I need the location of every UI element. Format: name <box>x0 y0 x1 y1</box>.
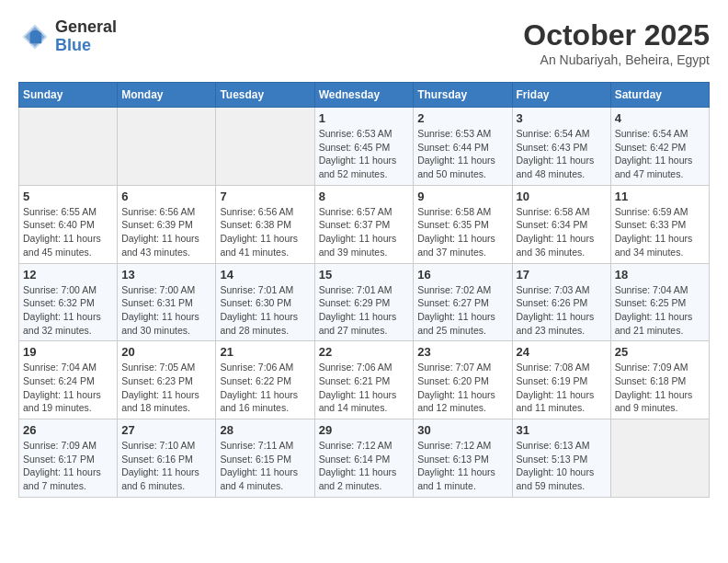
calendar-cell <box>19 108 118 186</box>
day-number: 16 <box>417 268 507 282</box>
day-info: Sunrise: 7:02 AM Sunset: 6:27 PM Dayligh… <box>417 283 507 338</box>
day-info: Sunrise: 6:53 AM Sunset: 6:44 PM Dayligh… <box>417 127 507 181</box>
calendar-table: SundayMondayTuesdayWednesdayThursdayFrid… <box>18 82 710 498</box>
calendar-cell: 9Sunrise: 6:58 AM Sunset: 6:35 PM Daylig… <box>414 185 512 263</box>
calendar-cell: 14Sunrise: 7:01 AM Sunset: 6:30 PM Dayli… <box>216 263 314 341</box>
day-info: Sunrise: 6:58 AM Sunset: 6:35 PM Dayligh… <box>417 205 507 259</box>
day-number: 8 <box>319 190 410 203</box>
day-info: Sunrise: 6:54 AM Sunset: 6:42 PM Dayligh… <box>615 127 705 181</box>
calendar-cell: 23Sunrise: 7:07 AM Sunset: 6:20 PM Dayli… <box>414 341 512 419</box>
day-number: 5 <box>23 190 113 203</box>
day-info: Sunrise: 7:09 AM Sunset: 6:17 PM Dayligh… <box>23 439 113 493</box>
weekday-header-row: SundayMondayTuesdayWednesdayThursdayFrid… <box>19 83 710 108</box>
calendar-week-5: 26Sunrise: 7:09 AM Sunset: 6:17 PM Dayli… <box>19 419 710 498</box>
day-info: Sunrise: 6:54 AM Sunset: 6:43 PM Dayligh… <box>517 127 607 181</box>
day-number: 31 <box>517 423 607 437</box>
day-number: 29 <box>319 423 410 437</box>
day-number: 9 <box>417 190 507 203</box>
day-number: 30 <box>417 423 507 437</box>
day-info: Sunrise: 7:06 AM Sunset: 6:22 PM Dayligh… <box>220 361 310 415</box>
day-info: Sunrise: 7:10 AM Sunset: 6:16 PM Dayligh… <box>121 439 211 493</box>
weekday-header-thursday: Thursday <box>414 83 512 108</box>
calendar-week-3: 12Sunrise: 7:00 AM Sunset: 6:32 PM Dayli… <box>19 263 710 341</box>
calendar-cell: 10Sunrise: 6:58 AM Sunset: 6:34 PM Dayli… <box>512 185 610 263</box>
day-info: Sunrise: 7:12 AM Sunset: 6:13 PM Dayligh… <box>417 439 507 493</box>
day-info: Sunrise: 6:13 AM Sunset: 5:13 PM Dayligh… <box>517 439 607 493</box>
calendar-cell <box>610 419 709 498</box>
calendar-cell: 27Sunrise: 7:10 AM Sunset: 6:16 PM Dayli… <box>118 419 216 498</box>
day-number: 15 <box>319 268 410 282</box>
day-info: Sunrise: 7:05 AM Sunset: 6:23 PM Dayligh… <box>121 361 211 415</box>
logo-blue-text: Blue <box>55 37 117 55</box>
day-number: 28 <box>220 423 310 437</box>
calendar-cell: 18Sunrise: 7:04 AM Sunset: 6:25 PM Dayli… <box>610 263 709 341</box>
weekday-header-sunday: Sunday <box>19 83 118 108</box>
day-info: Sunrise: 6:58 AM Sunset: 6:34 PM Dayligh… <box>517 205 607 259</box>
calendar-cell: 30Sunrise: 7:12 AM Sunset: 6:13 PM Dayli… <box>414 419 512 498</box>
day-number: 6 <box>121 190 211 203</box>
logo-text: General Blue <box>55 18 117 55</box>
calendar-cell: 19Sunrise: 7:04 AM Sunset: 6:24 PM Dayli… <box>19 341 118 419</box>
day-number: 24 <box>517 345 607 359</box>
calendar-cell: 11Sunrise: 6:59 AM Sunset: 6:33 PM Dayli… <box>610 185 709 263</box>
day-info: Sunrise: 7:00 AM Sunset: 6:31 PM Dayligh… <box>121 283 211 338</box>
calendar-cell: 6Sunrise: 6:56 AM Sunset: 6:39 PM Daylig… <box>118 185 216 263</box>
calendar-cell: 26Sunrise: 7:09 AM Sunset: 6:17 PM Dayli… <box>19 419 118 498</box>
calendar-body: 1Sunrise: 6:53 AM Sunset: 6:45 PM Daylig… <box>19 108 710 498</box>
day-number: 13 <box>121 268 211 282</box>
day-info: Sunrise: 7:03 AM Sunset: 6:26 PM Dayligh… <box>517 283 607 338</box>
calendar-cell <box>216 108 314 186</box>
day-number: 20 <box>121 345 211 359</box>
day-info: Sunrise: 7:11 AM Sunset: 6:15 PM Dayligh… <box>220 439 310 493</box>
day-info: Sunrise: 7:12 AM Sunset: 6:14 PM Dayligh… <box>319 439 410 493</box>
day-number: 23 <box>417 345 507 359</box>
logo-general-text: General <box>55 18 117 37</box>
calendar-cell: 15Sunrise: 7:01 AM Sunset: 6:29 PM Dayli… <box>314 263 414 341</box>
day-number: 3 <box>517 111 607 125</box>
day-info: Sunrise: 7:04 AM Sunset: 6:24 PM Dayligh… <box>23 361 113 415</box>
day-info: Sunrise: 6:56 AM Sunset: 6:39 PM Dayligh… <box>121 205 211 259</box>
calendar-week-2: 5Sunrise: 6:55 AM Sunset: 6:40 PM Daylig… <box>19 185 710 263</box>
calendar-cell: 13Sunrise: 7:00 AM Sunset: 6:31 PM Dayli… <box>118 263 216 341</box>
day-number: 2 <box>417 111 507 125</box>
day-info: Sunrise: 7:01 AM Sunset: 6:30 PM Dayligh… <box>220 283 310 338</box>
day-info: Sunrise: 7:06 AM Sunset: 6:21 PM Dayligh… <box>319 361 410 415</box>
day-info: Sunrise: 6:57 AM Sunset: 6:37 PM Dayligh… <box>319 205 410 259</box>
weekday-header-friday: Friday <box>512 83 610 108</box>
calendar-cell: 7Sunrise: 6:56 AM Sunset: 6:38 PM Daylig… <box>216 185 314 263</box>
calendar-cell: 3Sunrise: 6:54 AM Sunset: 6:43 PM Daylig… <box>512 108 610 186</box>
title-block: October 2025 An Nubariyah, Beheira, Egyp… <box>523 18 710 67</box>
calendar-cell: 2Sunrise: 6:53 AM Sunset: 6:44 PM Daylig… <box>414 108 512 186</box>
logo-icon <box>18 20 51 53</box>
day-info: Sunrise: 6:56 AM Sunset: 6:38 PM Dayligh… <box>220 205 310 259</box>
day-info: Sunrise: 7:04 AM Sunset: 6:25 PM Dayligh… <box>615 283 705 338</box>
day-info: Sunrise: 7:07 AM Sunset: 6:20 PM Dayligh… <box>417 361 507 415</box>
day-number: 27 <box>121 423 211 437</box>
day-info: Sunrise: 6:55 AM Sunset: 6:40 PM Dayligh… <box>23 205 113 259</box>
day-number: 26 <box>23 423 113 437</box>
calendar-cell: 17Sunrise: 7:03 AM Sunset: 6:26 PM Dayli… <box>512 263 610 341</box>
day-info: Sunrise: 6:59 AM Sunset: 6:33 PM Dayligh… <box>615 205 705 259</box>
day-number: 18 <box>615 268 705 282</box>
logo: General Blue <box>18 18 117 55</box>
calendar-cell: 28Sunrise: 7:11 AM Sunset: 6:15 PM Dayli… <box>216 419 314 498</box>
calendar-cell: 22Sunrise: 7:06 AM Sunset: 6:21 PM Dayli… <box>314 341 414 419</box>
page-header: General Blue October 2025 An Nubariyah, … <box>18 18 710 67</box>
day-number: 12 <box>23 268 113 282</box>
calendar-week-1: 1Sunrise: 6:53 AM Sunset: 6:45 PM Daylig… <box>19 108 710 186</box>
day-number: 10 <box>517 190 607 203</box>
day-number: 1 <box>319 111 410 125</box>
day-info: Sunrise: 7:08 AM Sunset: 6:19 PM Dayligh… <box>517 361 607 415</box>
calendar-cell <box>118 108 216 186</box>
calendar-cell: 21Sunrise: 7:06 AM Sunset: 6:22 PM Dayli… <box>216 341 314 419</box>
day-number: 14 <box>220 268 310 282</box>
weekday-header-saturday: Saturday <box>610 83 709 108</box>
calendar-cell: 20Sunrise: 7:05 AM Sunset: 6:23 PM Dayli… <box>118 341 216 419</box>
calendar-cell: 12Sunrise: 7:00 AM Sunset: 6:32 PM Dayli… <box>19 263 118 341</box>
day-number: 22 <box>319 345 410 359</box>
day-number: 25 <box>615 345 705 359</box>
calendar-cell: 24Sunrise: 7:08 AM Sunset: 6:19 PM Dayli… <box>512 341 610 419</box>
weekday-header-wednesday: Wednesday <box>314 83 414 108</box>
calendar-cell: 8Sunrise: 6:57 AM Sunset: 6:37 PM Daylig… <box>314 185 414 263</box>
calendar-cell: 31Sunrise: 6:13 AM Sunset: 5:13 PM Dayli… <box>512 419 610 498</box>
